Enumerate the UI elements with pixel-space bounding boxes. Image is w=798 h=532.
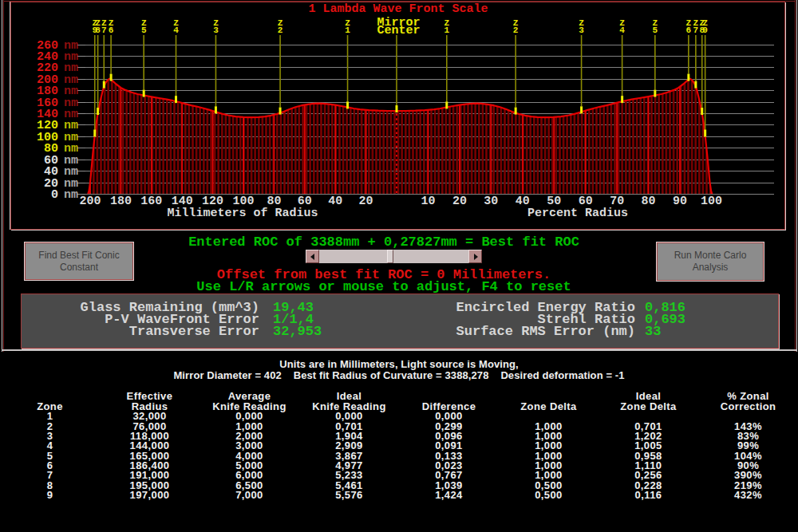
table-cell: Correction [698, 402, 798, 412]
scrollbar-thumb[interactable] [387, 250, 393, 263]
run-monte-carlo-button-label-line1: Run Monte Carlo [674, 250, 747, 262]
zone-label-number: 2 [513, 26, 519, 35]
table-cell: 7,000 [200, 491, 299, 500]
table-cell: 9 [0, 491, 100, 500]
right-triangle-icon [474, 254, 478, 260]
window-border-left-highlight [2, 0, 2, 352]
window-border-bottom [2, 349, 797, 351]
scrollbar-right-arrow-button[interactable] [468, 250, 482, 263]
zone-label-number: 3 [213, 26, 219, 35]
x-axis-label-mm: 40 [328, 195, 342, 208]
zone-label-number: 5 [141, 26, 147, 35]
table-cell: Zone Delta [499, 402, 598, 412]
zone-label-number: 4 [619, 26, 625, 35]
table-row: 5165,0004,0003,8670,1331,0000,958104% [0, 451, 798, 462]
zone-label-number: 7 [101, 26, 107, 35]
table-row: 8195,0006,5005,4611,0390,5000,228219% [0, 481, 798, 491]
table-row: 9197,0007,0005,5761,4240,5000,116432% [0, 491, 798, 501]
zone-label-number: 3 [579, 26, 584, 35]
table-header-line1: EffectiveAverageIdealIdeal% Zonal [0, 392, 798, 402]
wavefront-chart: 1 Lambda Wave Front ScaleZ1Z1Z2Z2Z3Z3Z4Z… [11, 2, 784, 229]
mirror-center-label: Center [377, 24, 420, 37]
table-row: 3118,0002,0001,9040,0961,0001,20283% [0, 432, 798, 442]
zone-label-number: 1 [345, 26, 350, 35]
table-cell: 5,576 [299, 491, 399, 500]
x-axis-label-pct: 20 [452, 195, 467, 208]
x-axis-label-pct: 100 [701, 195, 722, 208]
zone-label-number: 7 [693, 26, 699, 35]
zone-label-number: 6 [686, 26, 692, 35]
y-axis-label: 260 [37, 39, 58, 53]
table-cell: 0,116 [598, 491, 698, 500]
stat-row: Transverse Error32,953Surface RMS Error … [22, 325, 778, 337]
app-screen: 1 Lambda Wave Front ScaleZ1Z1Z2Z2Z3Z3Z4Z… [0, 0, 798, 532]
table-cell: 432% [698, 491, 798, 500]
zone-label-number: 9 [702, 26, 708, 35]
scrollbar-left-arrow-button[interactable] [306, 250, 319, 263]
x-axis-title-left: Millimeters of Radius [167, 207, 318, 220]
roc-offset-scrollbar[interactable] [306, 250, 482, 263]
table-header-line2: ZoneRadiusKnife ReadingKnife ReadingDiff… [0, 402, 798, 412]
adjust-hint-text: Use L/R arrows or mouse to adjust, F4 to… [0, 281, 768, 294]
window-border-right-highlight [796, 0, 797, 352]
table-row: 7191,0006,0005,2330,7671,0000,256390% [0, 471, 798, 481]
left-triangle-icon [310, 254, 314, 260]
table-cell: 197,000 [100, 491, 200, 500]
table-row: 6186,4005,0004,9770,0231,0001,11090% [0, 461, 798, 471]
y-axis-unit: nm [64, 39, 78, 53]
table-cell: Zone Delta [598, 402, 698, 412]
wavefront-chart-panel: 1 Lambda Wave Front ScaleZ1Z1Z2Z2Z3Z3Z4Z… [10, 2, 785, 230]
window-border-right [795, 0, 796, 352]
chart-title: 1 Lambda Wave Front Scale [308, 2, 488, 16]
zone-label-number: 6 [109, 26, 114, 35]
x-axis-title-right: Percent Radius [527, 207, 628, 220]
zone-label-number: 5 [653, 26, 658, 35]
x-axis-label-mm: 20 [359, 195, 373, 208]
statistics-box: Glass Remaining (mm^3)19,43Encircled Ene… [21, 294, 779, 349]
window-border-left [3, 0, 4, 352]
table-row: 276,0001,0000,7010,2991,0000,701143% [0, 422, 798, 432]
x-axis-label-mm: 180 [110, 195, 132, 208]
x-axis-label-pct: 80 [642, 195, 656, 208]
stat-label: Surface RMS Error (nm) [22, 325, 635, 337]
zone-label-number: 1 [444, 26, 450, 35]
zone-label-number: 4 [173, 26, 179, 35]
x-axis-label-pct: 10 [421, 195, 435, 208]
zone-label-number: 9 [92, 26, 97, 35]
x-axis-label-pct: 30 [484, 195, 498, 208]
table-row: 132,0000,0000,0000,000 [0, 412, 798, 422]
find-best-fit-conic-button-label-line1: Find Best Fit Conic [38, 250, 119, 262]
units-info-text: Units are in Millimeters, Light source i… [0, 360, 798, 369]
table-cell: 0,500 [499, 491, 598, 500]
table-row: 4144,0003,0002,9090,0911,0001,00599% [0, 441, 798, 451]
x-axis-label-pct: 90 [673, 195, 687, 208]
zone-label-number: 2 [278, 26, 283, 35]
x-axis-label-mm: 160 [140, 195, 162, 208]
x-axis-label-mm: 200 [79, 195, 101, 208]
table-cell: 1,424 [399, 491, 499, 500]
stat-value: 33 [645, 325, 661, 337]
mirror-info-text: Mirror Diameter = 402 Best fit Radius of… [0, 371, 798, 380]
